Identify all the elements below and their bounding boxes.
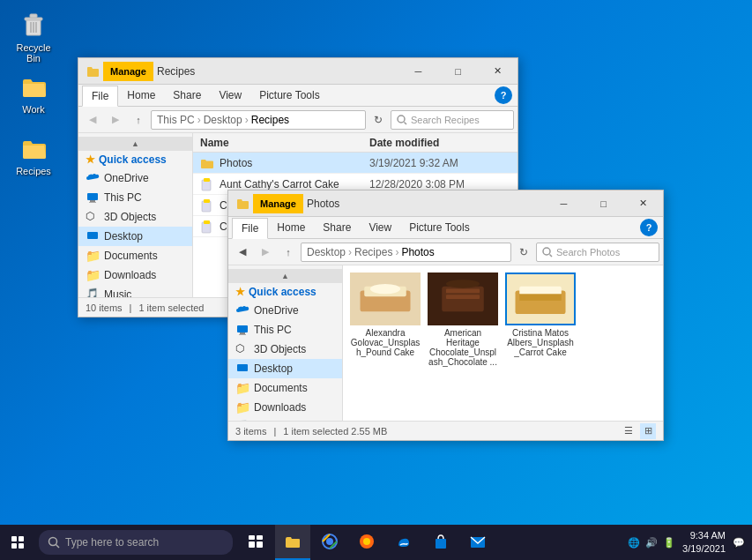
photos-tab-share[interactable]: Share	[314, 217, 360, 238]
recipes-col-name: Name	[200, 137, 369, 149]
battery-icon[interactable]: 🔋	[663, 537, 675, 549]
photos-sidebar-onedrive[interactable]: OneDrive	[228, 301, 342, 320]
recipes-refresh-button[interactable]: ↻	[368, 109, 389, 131]
svg-rect-8	[87, 193, 98, 200]
recipes-search-icon	[397, 115, 407, 125]
recipes-sidebar-desktop[interactable]: Desktop	[78, 227, 192, 246]
photos-search-box[interactable]: Search Photos	[536, 243, 659, 262]
recipes-sidebar-3d-objects[interactable]: ⬡ 3D Objects	[78, 207, 192, 227]
svg-rect-39	[11, 543, 17, 549]
photos-maximize-button[interactable]: □	[584, 190, 623, 217]
taskbar-store[interactable]	[423, 525, 458, 560]
taskbar-time: 9:34 AM	[682, 529, 726, 542]
svg-rect-35	[519, 287, 562, 295]
photos-search-icon	[542, 247, 553, 258]
photos-close-button[interactable]: ✕	[623, 190, 663, 217]
photos-view-toggles: ☰ ⊞	[621, 423, 656, 439]
photos-sidebar: ▲ ★ Quick access OneDrive This PC ⬡ 3D O…	[228, 265, 343, 421]
desktop-icon-recipes[interactable]: Recipes	[7, 131, 60, 180]
svg-rect-2	[30, 14, 37, 18]
carrot-cake-thumb	[505, 273, 576, 325]
recipes-maximize-button[interactable]: □	[438, 58, 478, 85]
svg-rect-43	[249, 535, 255, 540]
photos-minimize-button[interactable]: ─	[544, 190, 584, 217]
photos-window-icon	[235, 197, 249, 211]
network-icon[interactable]: 🌐	[628, 537, 640, 549]
recipes-tab-share[interactable]: Share	[164, 85, 210, 106]
photos-sidebar-documents[interactable]: 📁 Documents	[228, 378, 342, 398]
recipes-sidebar-scroll-up[interactable]: ▲	[78, 137, 192, 151]
recipes-minimize-button[interactable]: ─	[398, 58, 438, 85]
photos-sidebar-3d-objects[interactable]: ⬡ 3D Objects	[228, 340, 342, 359]
photos-manage-tab[interactable]: Manage	[253, 194, 303, 213]
recipes-forward-button[interactable]: ▶	[105, 109, 126, 131]
recipes-help-button[interactable]: ?	[495, 86, 512, 104]
volume-icon[interactable]: 🔊	[645, 537, 658, 549]
photos-tab-file[interactable]: File	[232, 218, 268, 239]
recipes-tab-file[interactable]: File	[82, 86, 118, 107]
recipes-crumb-desktop: Desktop	[204, 114, 242, 126]
taskbar-clock[interactable]: 9:34 AM 3/19/2021	[682, 529, 726, 556]
photos-title: Photos	[307, 198, 544, 210]
photos-back-button[interactable]: ◀	[232, 242, 253, 263]
svg-rect-9	[90, 200, 95, 202]
photos-tab-picture-tools[interactable]: Picture Tools	[400, 217, 478, 238]
photos-sidebar-downloads[interactable]: 📁 Downloads	[228, 398, 342, 417]
recipes-sidebar-documents[interactable]: 📁 Documents	[78, 246, 192, 265]
recipes-sidebar-downloads[interactable]: 📁 Downloads	[78, 265, 192, 285]
chocolate-thumb	[428, 273, 498, 325]
pound-cake-thumb	[350, 273, 421, 325]
taskbar-task-view[interactable]	[238, 525, 273, 560]
photos-refresh-button[interactable]: ↻	[513, 242, 534, 263]
recipes-back-button[interactable]: ◀	[82, 109, 103, 131]
photos-forward-button[interactable]: ▶	[255, 242, 276, 263]
photos-grid-area: Alexandra Golovac_Unsplash_Pound Cake A	[343, 265, 663, 421]
photos-grid-view-button[interactable]: ⊞	[640, 423, 656, 439]
recipes-tab-picture-tools[interactable]: Picture Tools	[250, 85, 328, 106]
taskbar-chrome[interactable]	[312, 525, 347, 560]
recipes-search-box[interactable]: Search Recipes	[391, 110, 514, 130]
taskbar-search[interactable]: Type here to search	[39, 530, 233, 555]
taskbar-search-placeholder: Type here to search	[65, 536, 159, 549]
svg-rect-22	[239, 334, 246, 335]
recipes-sidebar-this-pc[interactable]: This PC	[78, 188, 192, 207]
photos-help-button[interactable]: ?	[640, 219, 658, 236]
taskbar-firefox[interactable]	[349, 525, 384, 560]
recipes-sidebar-music[interactable]: 🎵 Music	[78, 285, 192, 297]
photos-item-chocolate[interactable]: American Heritage Chocolate_Unsplash_Cho…	[428, 273, 498, 367]
svg-point-50	[363, 538, 370, 545]
photos-address-bar[interactable]: Desktop › Recipes › Photos	[301, 243, 511, 262]
recipes-close-button[interactable]: ✕	[478, 58, 517, 85]
recipes-address-bar[interactable]: This PC › Desktop › Recipes	[151, 110, 366, 130]
recipes-up-button[interactable]: ↑	[128, 109, 149, 131]
desktop-icon-recycle-bin[interactable]: Recycle Bin	[7, 7, 60, 67]
recipes-row-photos[interactable]: Photos 3/19/2021 9:32 AM	[193, 153, 517, 174]
recipes-sidebar-onedrive[interactable]: OneDrive	[78, 168, 192, 188]
recipes-tab-home[interactable]: Home	[118, 85, 164, 106]
photos-documents-icon: 📁	[235, 381, 249, 395]
recipes-crumb-recipes: Recipes	[251, 114, 289, 126]
recipes-manage-tab[interactable]: Manage	[103, 62, 153, 81]
pound-cake-label: Alexandra Golovac_Unsplash_Pound Cake	[350, 328, 421, 357]
taskbar-file-explorer[interactable]	[275, 525, 310, 560]
desktop-icon-work[interactable]: Work	[7, 69, 60, 118]
taskbar-mail[interactable]	[460, 525, 495, 560]
photos-up-button[interactable]: ↑	[278, 242, 299, 263]
notification-icon[interactable]: 💬	[733, 537, 745, 549]
taskbar-edge[interactable]	[386, 525, 421, 560]
photos-sidebar-this-pc[interactable]: This PC	[228, 320, 342, 340]
photos-sidebar-scroll-up[interactable]: ▲	[228, 269, 342, 283]
svg-rect-44	[257, 535, 263, 540]
photos-tab-home[interactable]: Home	[268, 217, 314, 238]
recipes-tab-view[interactable]: View	[210, 85, 250, 106]
photos-sidebar-quick-access[interactable]: ★ Quick access	[228, 283, 342, 301]
recipes-sidebar-quick-access[interactable]: ★ Quick access	[78, 151, 192, 168]
photos-tab-view[interactable]: View	[360, 217, 400, 238]
start-button[interactable]	[0, 525, 35, 560]
photos-item-carrot-cake[interactable]: Cristina Matos Albers_Unsplash_Carrot Ca…	[505, 273, 576, 367]
onedrive-icon	[86, 171, 100, 185]
photos-list-view-button[interactable]: ☰	[621, 423, 637, 439]
photos-sidebar-desktop[interactable]: Desktop	[228, 359, 342, 378]
photos-item-pound-cake[interactable]: Alexandra Golovac_Unsplash_Pound Cake	[350, 273, 421, 367]
svg-point-41	[49, 538, 57, 546]
